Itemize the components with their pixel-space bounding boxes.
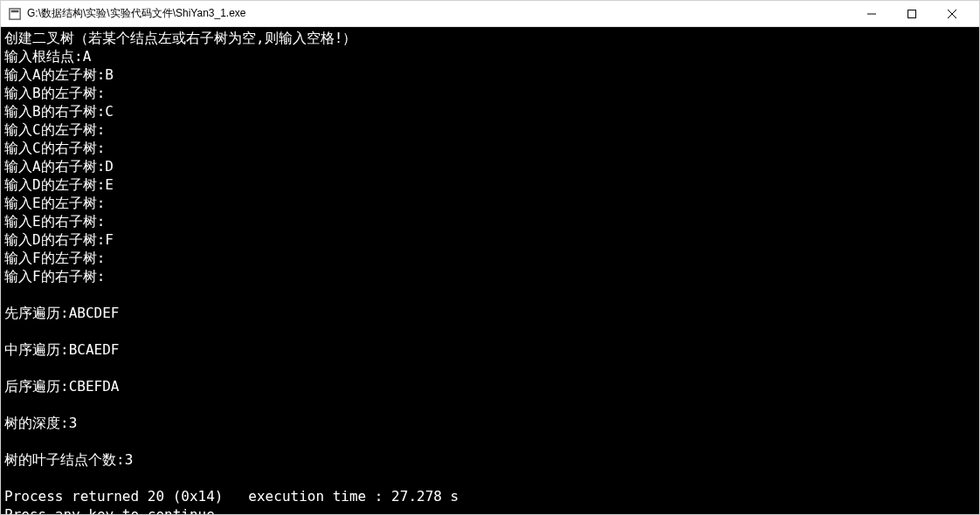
window-title: G:\数据结构\实验\实验代码文件\ShiYan3_1.exe [27,6,852,21]
svg-rect-3 [908,10,916,17]
close-button[interactable] [932,1,972,27]
console-window: G:\数据结构\实验\实验代码文件\ShiYan3_1.exe 创建二叉树（若某… [0,0,980,515]
minimize-button[interactable] [852,1,892,27]
console-line: 输入C的右子树: [4,139,976,157]
console-line: Process returned 20 (0x14) execution tim… [4,487,976,505]
title-bar[interactable]: G:\数据结构\实验\实验代码文件\ShiYan3_1.exe [1,1,979,27]
console-line: 输入B的左子树: [4,84,976,102]
console-line: 输入D的左子树:E [4,175,976,194]
console-output[interactable]: 创建二叉树（若某个结点左或右子树为空,则输入空格!）输入根结点:A输入A的左子树… [1,27,979,514]
console-line [4,322,976,340]
console-line [4,432,976,450]
app-icon [8,7,22,21]
console-line [4,469,976,487]
console-line: 输入A的右子树:D [4,157,976,175]
console-line: 树的深度:3 [4,414,976,432]
svg-rect-1 [11,10,19,12]
console-line: 输入F的左子树: [4,249,976,267]
maximize-button[interactable] [892,1,932,27]
console-line [4,395,976,414]
window-controls [852,1,972,27]
console-line: 中序遍历:BCAEDF [4,340,976,359]
console-line: 创建二叉树（若某个结点左或右子树为空,则输入空格!） [4,29,976,47]
console-line: 输入B的右子树:C [4,102,976,120]
console-line: 输入D的右子树:F [4,230,976,249]
console-line: 输入A的左子树:B [4,65,976,84]
console-line [4,359,976,377]
console-line: Press any key to continue. [4,505,976,514]
console-line: 输入根结点:A [4,47,976,65]
console-line: 输入E的左子树: [4,194,976,212]
console-line: 输入C的左子树: [4,120,976,139]
console-line: 树的叶子结点个数:3 [4,450,976,469]
console-line: 后序遍历:CBEFDA [4,377,976,395]
console-line: 先序遍历:ABCDEF [4,304,976,322]
console-line [4,285,976,304]
console-line: 输入F的右子树: [4,267,976,285]
console-line: 输入E的右子树: [4,212,976,230]
